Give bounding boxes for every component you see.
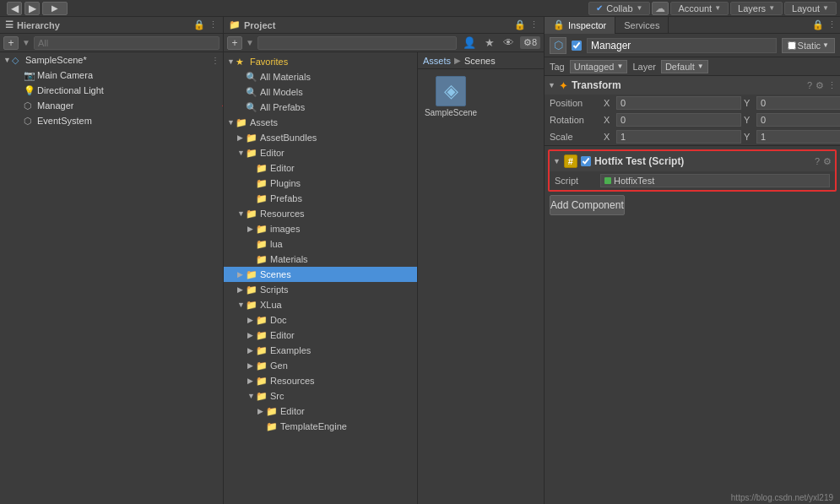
hotfix-active-checkbox[interactable] [581,156,591,166]
proj-item-plugins[interactable]: 📁 Plugins [224,176,417,191]
proj-item-prefabs[interactable]: 📁 Prefabs [224,191,417,206]
proj-item-favorites[interactable]: ▼ ★ Favorites [224,54,417,69]
proj-item-editor1-sub[interactable]: 📁 Editor [224,160,417,176]
templateengine-icon: 📁 [266,421,278,432]
proj-item-src[interactable]: ▼ 📁 Src [224,388,417,404]
pos-y-input[interactable] [756,96,840,110]
assetbundles-label: AssetBundles [260,133,317,143]
scale-label: Scale [550,132,600,142]
proj-item-scripts[interactable]: ▶ 📁 Scripts [224,282,417,297]
project-search-input[interactable] [257,36,457,50]
scale-x-input[interactable] [616,130,741,144]
tree-item-maincamera[interactable]: 📷 Main Camera [0,68,223,83]
hierarchy-add-btn[interactable]: + [3,36,19,50]
hierarchy-add-arrow: ▼ [22,38,30,47]
tab-services[interactable]: Services [615,17,669,34]
inspector-obj-name[interactable] [587,38,777,53]
tree-item-eventsystem[interactable]: ⬡ EventSystem [0,113,223,128]
tab-inspector[interactable]: 🔒 Inspector [545,17,615,34]
rot-y-input[interactable] [756,113,840,127]
inspector-tag-row: Tag Untagged ▼ Layer Default ▼ [545,57,840,76]
inspector-script-row: Script HotfixTest [550,171,835,190]
red-arrow-annotation: ← [219,98,223,113]
scale-x-label: X [604,132,614,142]
rotation-xyz: X Y Z [604,113,840,127]
proj-item-materials[interactable]: 📁 Materials [224,252,417,267]
proj-item-src-editor[interactable]: ▶ 📁 Editor [224,404,417,419]
inspector-static-checkbox[interactable] [788,41,796,50]
proj-item-xlua-resources[interactable]: ▶ 📁 Resources [224,373,417,388]
collab-dropdown-icon: ▼ [637,4,643,12]
proj-item-lua[interactable]: 📁 lua [224,236,417,252]
samplescene-arrow: ▼ [3,56,12,64]
proj-item-scenes[interactable]: ▶ 📁 Scenes [224,267,417,282]
proj-item-xlua-editor[interactable]: ▶ 📁 Editor [224,328,417,343]
proj-item-resources[interactable]: ▼ 📁 Resources [224,206,417,221]
project-add-btn[interactable]: + [227,36,242,50]
gen-icon: 📁 [256,360,268,371]
inspector-more-icon[interactable]: ⋮ [827,19,837,30]
inspector-active-checkbox[interactable] [572,41,582,51]
proj-item-assetbundles[interactable]: ▶ 📁 AssetBundles [224,130,417,145]
tree-item-samplescene[interactable]: ▼ ◇ SampleScene* ⋮ [0,52,223,68]
inspector-layer-dropdown[interactable]: Default ▼ [661,60,708,73]
project-lock-icon[interactable]: 🔒 [514,19,526,30]
collab-check-icon: ✔ [596,3,603,13]
project-eye-btn[interactable]: 👁 [501,35,517,50]
project-panel: 📁 Project 🔒 ⋮ + ▼ 👤 ★ 👁 ⚙8 ▼ ★ [224,17,545,504]
project-more-icon[interactable]: ⋮ [529,19,539,30]
hierarchy-more-icon[interactable]: ⋮ [209,19,218,30]
transform-help-icon[interactable]: ? [807,80,812,91]
breadcrumb-assets[interactable]: Assets [423,56,451,66]
proj-item-xlua[interactable]: ▼ 📁 XLua [224,297,417,312]
rot-x-input[interactable] [616,113,741,127]
editor1-label: Editor [260,148,285,158]
script-collapse-arrow: ▼ [553,157,561,165]
hotfix-help-icon[interactable]: ? [815,156,820,167]
project-star-btn[interactable]: ★ [482,35,497,50]
proj-item-assets[interactable]: ▼ 📁 Assets [224,115,417,130]
hotfix-settings-icon[interactable]: ⚙ [823,156,832,167]
add-component-button[interactable]: Add Component [550,195,625,215]
xlua-resources-icon: 📁 [256,376,268,387]
scene-file-item[interactable]: ◈ SampleScene [421,73,480,121]
layers-button[interactable]: Layers ▼ [730,2,783,15]
inspector-transform-header[interactable]: ▼ ✦ Transform ? ⚙ ⋮ [545,76,840,95]
project-toolbar: + ▼ 👤 ★ 👁 ⚙8 [224,34,544,52]
inspector-tag-dropdown[interactable]: Untagged ▼ [570,60,628,73]
proj-item-templateengine[interactable]: 📁 TemplateEngine [224,419,417,434]
inspector-lock2-icon[interactable]: 🔒 [812,19,824,30]
hierarchy-lock-icon[interactable]: 🔒 [193,19,205,30]
transform-more-icon[interactable]: ⋮ [827,80,837,91]
layout-button[interactable]: Layout ▼ [784,2,837,15]
examples-label: Examples [270,345,311,355]
toolbar-prev-btn[interactable]: ◀ [7,2,22,15]
account-button[interactable]: Account ▼ [670,2,729,15]
toolbar-next-btn[interactable]: ▶ [24,2,40,15]
proj-item-editor1[interactable]: ▼ 📁 Editor [224,145,417,160]
project-person-btn[interactable]: 👤 [460,35,479,50]
proj-item-examples[interactable]: ▶ 📁 Examples [224,343,417,358]
tree-item-directionallight[interactable]: 💡 Directional Light [0,83,223,98]
scale-y-label: Y [744,132,754,142]
pos-x-input[interactable] [616,96,741,110]
eventsystem-label: EventSystem [37,116,92,126]
proj-item-gen[interactable]: ▶ 📁 Gen [224,358,417,373]
assets-folder-icon: 📁 [236,117,247,128]
transform-settings-icon[interactable]: ⚙ [816,80,824,91]
hierarchy-search-input[interactable] [34,36,219,50]
inspector-static-label: Static [798,41,821,51]
proj-item-all-models[interactable]: 🔍 All Models [224,84,417,100]
tree-item-manager[interactable]: ⬡ Manager [0,98,223,113]
proj-item-all-materials[interactable]: 🔍 All Materials [224,69,417,84]
cloud-icon[interactable]: ☁ [652,2,669,15]
proj-item-doc[interactable]: ▶ 📁 Doc [224,312,417,328]
script-value-text: HotfixTest [614,176,654,186]
samplescene-more-icon[interactable]: ⋮ [211,56,223,65]
inspector-obj-header: ⬡ Static ▼ [545,34,840,57]
proj-item-images[interactable]: ▶ 📁 images [224,221,417,236]
scale-y-input[interactable] [756,130,840,144]
collab-button[interactable]: ✔ Collab ▼ [588,2,650,15]
proj-item-all-prefabs[interactable]: 🔍 All Prefabs [224,100,417,115]
inspector-static-btn[interactable]: Static ▼ [782,38,835,53]
